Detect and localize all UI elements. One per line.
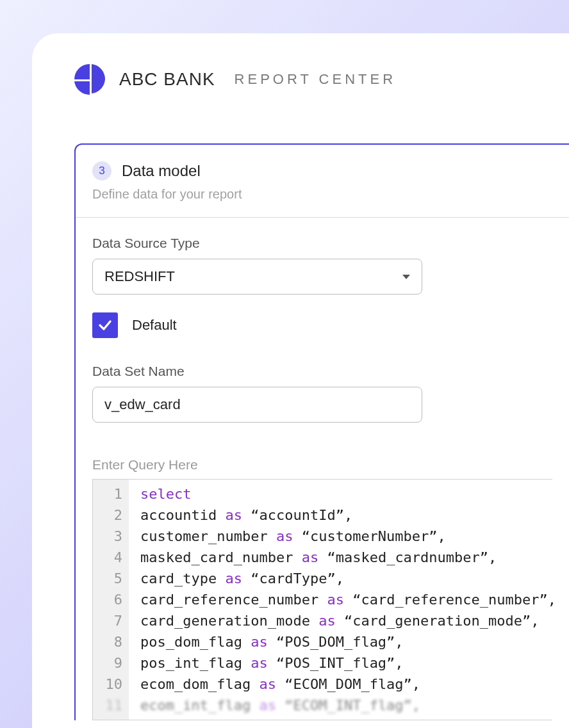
code-line: pos_int_flag as “POS_INT_flag”, xyxy=(140,652,556,674)
code-line: masked_card_number as “masked_cardnumber… xyxy=(140,547,556,568)
line-number: 7 xyxy=(97,610,122,631)
code-line: card_reference_number as “card_reference… xyxy=(140,589,556,610)
panel-body: Data Source Type REDSHIFT Default Data S… xyxy=(76,218,569,720)
code-line: card_type as “cardType”, xyxy=(140,568,556,589)
step-title: Data model xyxy=(122,162,201,180)
data-source-type-select[interactable]: REDSHIFT xyxy=(92,259,422,295)
line-gutter: 1234567891011 xyxy=(93,480,129,720)
line-number: 1 xyxy=(97,483,122,505)
code-line: pos_dom_flag as “POS_DOM_flag”, xyxy=(140,631,556,652)
app-header: ABC BANK REPORT CENTER xyxy=(74,64,569,95)
app-name: ABC BANK xyxy=(119,69,215,90)
panel-header: 3 Data model Define data for your report xyxy=(76,145,569,218)
line-number: 4 xyxy=(97,547,122,568)
line-number: 10 xyxy=(97,674,122,695)
step-number-badge: 3 xyxy=(92,161,111,181)
bank-logo-icon xyxy=(74,64,106,95)
code-line: ecom_int_flag as “ECOM_INT_flag”, xyxy=(140,695,556,716)
line-number: 9 xyxy=(97,652,122,674)
code-line: accountid as “accountId”, xyxy=(140,505,556,526)
line-number: 8 xyxy=(97,631,122,652)
default-checkbox[interactable] xyxy=(92,312,118,338)
query-label: Enter Query Here xyxy=(92,457,552,473)
app-card: ABC BANK REPORT CENTER 3 Data model Defi… xyxy=(32,33,569,728)
line-number: 6 xyxy=(97,589,122,610)
data-model-panel: 3 Data model Define data for your report… xyxy=(74,143,569,720)
line-number: 11 xyxy=(97,695,122,716)
line-number: 2 xyxy=(97,505,122,526)
data-source-type-label: Data Source Type xyxy=(92,236,552,251)
code-line: customer_number as “customerNumber”, xyxy=(140,526,556,547)
dataset-name-label: Data Set Name xyxy=(92,364,552,379)
code-line: select xyxy=(140,483,556,505)
dataset-name-input[interactable] xyxy=(92,387,422,423)
line-number: 5 xyxy=(97,568,122,589)
code-area[interactable]: selectaccountid as “accountId”,customer_… xyxy=(129,480,556,720)
query-editor[interactable]: 1234567891011 selectaccountid as “accoun… xyxy=(92,479,552,720)
default-checkbox-label: Default xyxy=(132,317,177,334)
step-description: Define data for your report xyxy=(92,187,552,202)
data-source-type-value: REDSHIFT xyxy=(104,268,175,285)
line-number: 3 xyxy=(97,526,122,547)
code-line: ecom_dom_flag as “ECOM_DOM_flag”, xyxy=(140,674,556,695)
checkmark-icon xyxy=(97,318,113,333)
chevron-down-icon xyxy=(402,275,410,279)
app-subtitle: REPORT CENTER xyxy=(235,71,396,88)
code-line: card_generation_mode as “card_generation… xyxy=(140,610,556,631)
